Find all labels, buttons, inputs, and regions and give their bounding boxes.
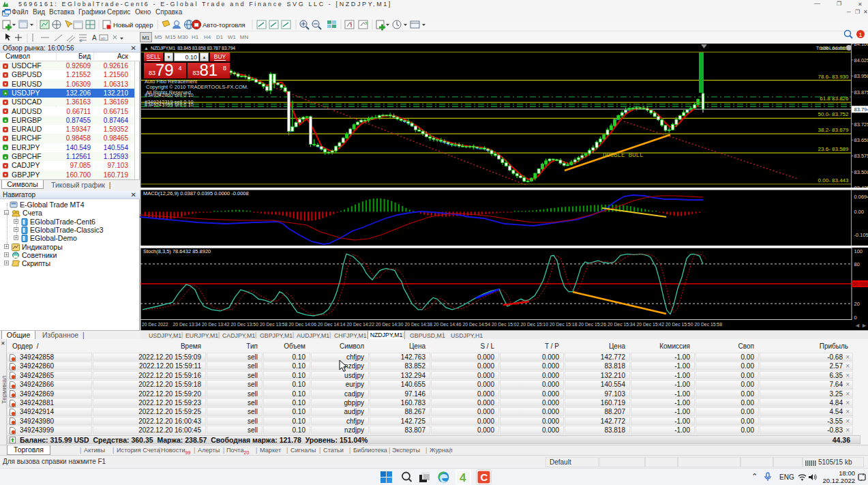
svg-text:50.0000: 50.0000 [853,282,868,286]
svg-text:1: 1 [859,31,863,38]
svg-text:78.6- 83.930: 78.6- 83.930 [818,74,849,80]
svg-text:20 Dec 14:30: 20 Dec 14:30 [376,322,404,327]
svg-text:4: 4 [460,471,466,484]
svg-text:Stoch(8,3,5) 78.6432 85.8920: Stoch(8,3,5) 78.6432 85.8920 [143,248,211,254]
svg-text:83.950: 83.950 [854,73,868,79]
svg-text:20 Dec 13:34: 20 Dec 13:34 [173,322,201,327]
svg-text:DOUBLE BULL: DOUBLE BULL [603,152,643,159]
svg-text:20 Dec 14:46: 20 Dec 14:46 [434,322,462,327]
svg-text:80: 80 [854,261,860,267]
svg-text:20 Dec 15:02: 20 Dec 15:02 [492,322,520,327]
svg-text:83.500: 83.500 [854,169,868,175]
svg-text:20 Dec 15:26: 20 Dec 15:26 [579,322,607,327]
svg-text:20 Dec 14:14: 20 Dec 14:14 [318,322,346,327]
svg-text:20 Dec 13:42: 20 Dec 13:42 [202,322,230,327]
svg-text:F: F [80,39,83,43]
svg-text:20 Dec 14:06: 20 Dec 14:06 [289,322,317,327]
svg-text:0.00- 83.443: 0.00- 83.443 [818,177,849,183]
svg-text:ab: ab [101,36,106,40]
svg-text:83.575: 83.575 [854,153,868,159]
svg-text:0.00: 0.00 [854,209,865,215]
svg-text:MACD(12,26,9) 0.0387 0.0395 0.: MACD(12,26,9) 0.0387 0.0395 0.0000 -0.00… [143,190,249,196]
svg-text:C: C [481,471,488,483]
svg-text:20 Dec 15:42: 20 Dec 15:42 [637,322,665,327]
svg-text:23.6- 83.589: 23.6- 83.589 [818,146,849,152]
svg-text:100: 100 [854,248,863,254]
svg-text:Авто-торговля: Авто-торговля [203,21,245,29]
svg-text:84.100: 84.100 [854,44,868,47]
svg-text:20 Dec 15:50: 20 Dec 15:50 [665,322,693,327]
svg-text:0: 0 [854,314,857,321]
svg-text:20: 20 [854,301,860,307]
svg-text:20 Dec 14:38: 20 Dec 14:38 [405,322,433,327]
svg-text:0.0694: 0.0694 [854,194,868,200]
svg-text:20 Dec 13:50: 20 Dec 13:50 [231,322,259,327]
svg-text:20 Dec 15:34: 20 Dec 15:34 [608,322,635,327]
svg-text:20 Dec 14:22: 20 Dec 14:22 [347,322,375,327]
svg-text:38.2- 83.679: 38.2- 83.679 [818,127,849,133]
svg-text:20 Dec 15:58: 20 Dec 15:58 [695,322,723,327]
svg-text:83.875: 83.875 [854,89,868,95]
svg-text:20 Dec 14:54: 20 Dec 14:54 [463,322,491,327]
svg-text:50.0- 83.752: 50.0- 83.752 [818,111,849,117]
svg-text:84.025: 84.025 [854,57,868,63]
svg-text:83.794: 83.794 [854,106,868,113]
svg-text:-0.1054: -0.1054 [854,232,868,238]
svg-text:Новый ордер: Новый ордер [113,21,153,29]
svg-text:A: A [92,34,97,42]
svg-text:TradeLocator: TradeLocator [816,45,847,51]
svg-text:20 Dec 13:58: 20 Dec 13:58 [260,322,288,327]
svg-text:◄: ◄ [854,322,860,329]
svg-text:20 Dec 15:18: 20 Dec 15:18 [550,322,578,327]
svg-text:20 Dec 2022: 20 Dec 2022 [142,322,168,327]
svg-text:83.650: 83.650 [854,137,868,143]
svg-text:20 Dec 15:10: 20 Dec 15:10 [521,322,549,327]
svg-text:83.725: 83.725 [854,121,868,128]
svg-text:►: ► [861,322,867,329]
